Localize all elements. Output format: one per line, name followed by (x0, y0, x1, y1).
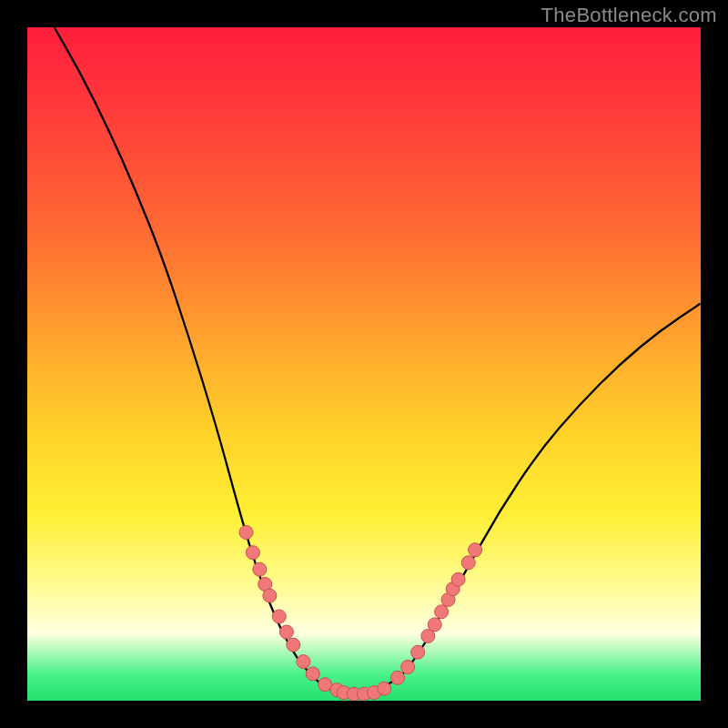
watermark-label: TheBottleneck.com (541, 4, 717, 27)
curve-marker (279, 625, 293, 639)
curve-marker (435, 605, 449, 619)
curve-marker (451, 572, 465, 586)
plot-area (27, 27, 701, 701)
curve-marker (469, 543, 482, 557)
curve-markers (239, 526, 482, 702)
curve-line (55, 27, 701, 694)
curve-marker (411, 645, 425, 659)
curve-marker (378, 682, 391, 695)
curve-marker (318, 678, 332, 692)
curve-marker (297, 655, 310, 669)
curve-marker (428, 618, 441, 632)
curve-marker (246, 546, 259, 560)
curve-marker (306, 667, 319, 681)
curve-marker (272, 610, 286, 623)
curve-marker (263, 589, 277, 602)
curve-marker (461, 556, 475, 570)
chart-frame: TheBottleneck.com (0, 0, 728, 728)
curve-marker (401, 661, 415, 674)
chart-svg (27, 27, 701, 701)
curve-marker (253, 562, 267, 576)
curve-marker (239, 526, 253, 540)
curve-marker (287, 638, 300, 652)
curve-marker (391, 671, 405, 684)
